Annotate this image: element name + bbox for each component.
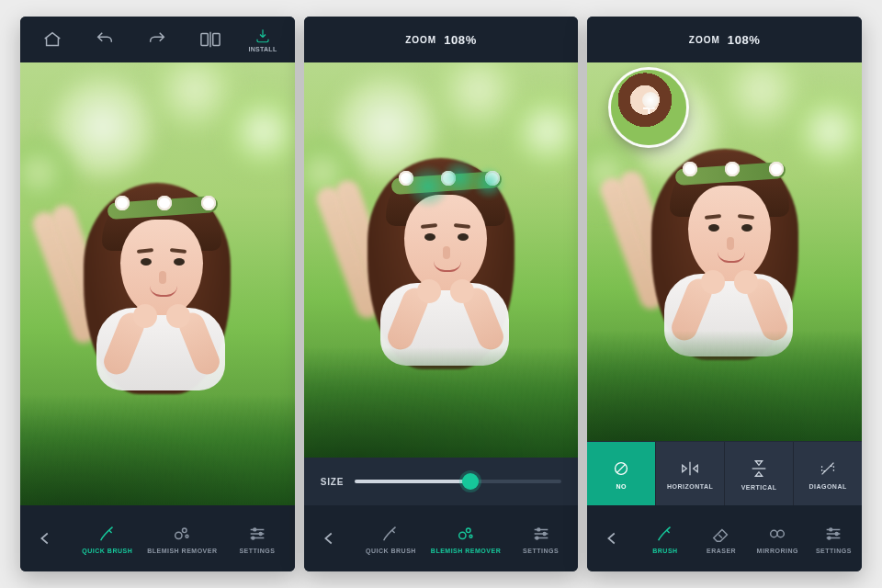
brush-icon	[380, 524, 401, 544]
screen-3: ZOOM 108%	[587, 17, 862, 571]
screen-2: ZOOM 108%	[304, 17, 579, 571]
tool-label: BRUSH	[652, 548, 677, 554]
undo-icon	[95, 29, 115, 50]
screen-1: INSTALL	[20, 17, 295, 571]
tool-label: BLEMISH REMOVER	[147, 548, 217, 554]
mirroring-icon	[767, 524, 787, 544]
mirror-vertical-icon	[749, 458, 769, 480]
mirroring-options: NO HORIZONTAL VERTICAL DIAGONAL	[587, 441, 862, 505]
tool-label: QUICK BRUSH	[366, 548, 416, 554]
size-slider-bar: SIZE	[304, 458, 579, 505]
compare-button[interactable]	[188, 17, 232, 62]
mirror-option-diagonal[interactable]: DIAGONAL	[793, 442, 862, 505]
svg-point-3	[183, 528, 187, 533]
back-button[interactable]	[20, 505, 70, 571]
tool-blemish-remover[interactable]: BLEMISH REMOVER	[145, 505, 220, 571]
svg-point-13	[536, 537, 538, 539]
sliders-icon	[531, 524, 551, 544]
svg-point-2	[175, 532, 182, 538]
arrow-left-icon	[35, 528, 55, 548]
arrow-left-icon	[319, 528, 339, 548]
home-button[interactable]	[30, 17, 74, 62]
bottom-toolbar: BRUSH ERASER MIRRORING SETTINGS	[587, 505, 862, 571]
redo-button[interactable]	[135, 17, 179, 62]
tool-label: SETTINGS	[523, 548, 559, 554]
tool-label: SETTINGS	[239, 548, 275, 554]
blemish-icon	[172, 524, 192, 544]
sliders-icon	[247, 524, 267, 544]
tool-settings[interactable]: SETTINGS	[806, 505, 862, 571]
blemish-icon	[456, 524, 476, 544]
bottom-toolbar: QUICK BRUSH BLEMISH REMOVER SETTINGS	[304, 505, 579, 571]
svg-point-18	[836, 532, 839, 535]
back-button[interactable]	[304, 505, 354, 571]
download-icon	[254, 28, 272, 44]
brush-icon	[97, 524, 118, 544]
eraser-icon	[711, 524, 731, 544]
zoom-value: 108%	[728, 33, 761, 47]
plus-icon: +	[642, 94, 656, 122]
tool-mirroring[interactable]: MIRRORING	[750, 505, 806, 571]
tool-brush[interactable]: BRUSH	[637, 505, 693, 571]
size-label: SIZE	[321, 477, 344, 487]
tool-label: QUICK BRUSH	[82, 548, 132, 554]
svg-point-7	[252, 537, 254, 539]
editor-canvas[interactable]	[304, 62, 579, 458]
svg-point-15	[771, 530, 777, 537]
tool-label: ERASER	[707, 548, 736, 554]
back-button[interactable]	[587, 505, 637, 571]
svg-point-4	[186, 535, 188, 537]
svg-point-5	[254, 527, 256, 530]
brush-icon	[655, 524, 675, 544]
mirror-option-vertical[interactable]: VERTICAL	[724, 442, 793, 505]
tool-blemish-remover[interactable]: BLEMISH REMOVER	[428, 505, 503, 571]
tool-label: MIRRORING	[757, 548, 798, 554]
option-label: NO	[616, 483, 628, 490]
svg-point-19	[828, 537, 831, 539]
undo-button[interactable]	[83, 17, 127, 62]
mirror-option-no[interactable]: NO	[587, 442, 655, 505]
home-icon	[42, 29, 62, 50]
svg-point-6	[259, 532, 262, 535]
redo-icon	[147, 29, 167, 50]
editor-canvas[interactable]	[20, 62, 295, 505]
zoom-label: ZOOM	[689, 35, 720, 45]
install-button[interactable]: INSTALL	[241, 17, 285, 62]
size-slider-thumb[interactable]	[462, 473, 479, 490]
mirror-horizontal-icon	[679, 458, 701, 479]
tool-settings[interactable]: SETTINGS	[220, 505, 295, 571]
compare-icon	[199, 29, 221, 50]
mirror-option-horizontal[interactable]: HORIZONTAL	[655, 442, 724, 505]
zoom-label: ZOOM	[405, 35, 436, 45]
clone-source-preview[interactable]: +	[611, 70, 686, 145]
tool-eraser[interactable]: ERASER	[694, 505, 750, 571]
bottom-toolbar: QUICK BRUSH BLEMISH REMOVER SETTINGS	[20, 505, 295, 571]
mirror-diagonal-icon	[818, 458, 838, 479]
install-label: INSTALL	[248, 46, 277, 52]
zoom-indicator: ZOOM 108%	[304, 17, 579, 62]
zoom-indicator: ZOOM 108%	[587, 17, 862, 62]
tool-quick-brush[interactable]: QUICK BRUSH	[70, 505, 145, 571]
svg-point-17	[830, 527, 832, 530]
top-toolbar: INSTALL	[20, 17, 295, 62]
svg-point-8	[459, 532, 466, 538]
size-slider[interactable]	[355, 480, 561, 483]
editor-canvas[interactable]: +	[587, 62, 862, 441]
svg-point-12	[543, 532, 546, 535]
tool-label: BLEMISH REMOVER	[431, 548, 501, 554]
option-label: VERTICAL	[741, 484, 777, 491]
tool-quick-brush[interactable]: QUICK BRUSH	[354, 505, 429, 571]
sliders-icon	[823, 524, 843, 544]
arrow-left-icon	[602, 528, 622, 548]
svg-rect-0	[201, 34, 208, 46]
app-triptych: INSTALL	[0, 0, 882, 588]
option-label: DIAGONAL	[808, 483, 846, 490]
svg-rect-1	[212, 34, 219, 46]
svg-point-16	[777, 530, 784, 537]
option-label: HORIZONTAL	[667, 483, 713, 490]
svg-point-11	[537, 527, 539, 530]
photo-content	[304, 62, 579, 458]
tool-settings[interactable]: SETTINGS	[503, 505, 579, 571]
svg-point-9	[466, 528, 470, 533]
tool-label: SETTINGS	[816, 548, 852, 554]
